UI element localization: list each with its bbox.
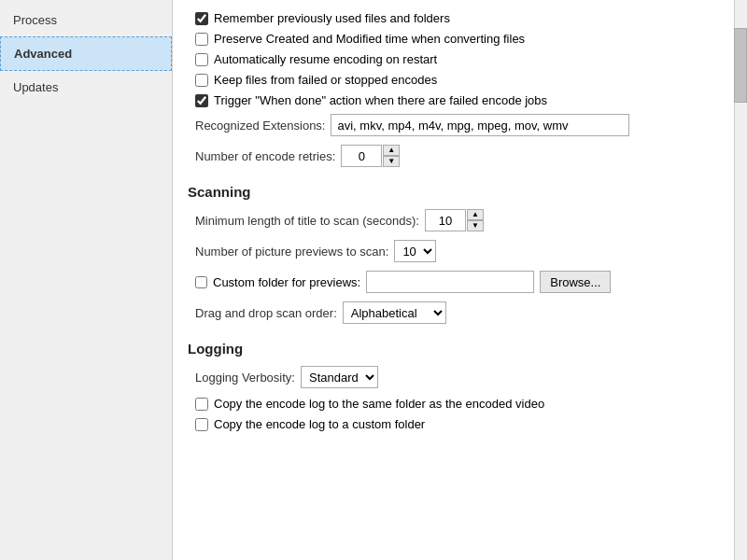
- sidebar-item-process[interactable]: Process: [0, 4, 172, 36]
- picture-previews-select[interactable]: 10 5 15 20 25: [394, 240, 436, 262]
- sidebar-item-advanced[interactable]: Advanced: [0, 36, 172, 71]
- min-title-down-btn[interactable]: ▼: [467, 220, 484, 231]
- checkbox-trigger-when-done-label: Trigger "When done" action when there ar…: [214, 93, 547, 107]
- custom-folder-row: Custom folder for previews: Browse...: [188, 271, 728, 293]
- sidebar-item-updates[interactable]: Updates: [0, 71, 172, 104]
- logging-verbosity-select[interactable]: Standard Minimal Verbose: [301, 366, 378, 388]
- checkbox-copy-log-custom[interactable]: [195, 418, 208, 431]
- option-row-auto-resume: Automatically resume encoding on restart: [188, 52, 728, 66]
- checkbox-preserve-time-label: Preserve Created and Modified time when …: [214, 32, 525, 46]
- scan-order-label: Drag and drop scan order:: [195, 306, 337, 320]
- encode-retries-label: Number of encode retries:: [195, 149, 335, 163]
- checkbox-custom-folder[interactable]: [195, 276, 207, 288]
- option-row-keep-failed: Keep files from failed or stopped encode…: [188, 73, 728, 87]
- checkbox-trigger-when-done[interactable]: [195, 94, 208, 107]
- checkbox-keep-failed-label: Keep files from failed or stopped encode…: [214, 73, 437, 87]
- checkbox-copy-log-same[interactable]: [195, 398, 208, 411]
- recognized-extensions-input[interactable]: [331, 114, 629, 136]
- option-row-trigger-when-done: Trigger "When done" action when there ar…: [188, 93, 728, 107]
- option-row-remember: Remember previously used files and folde…: [188, 11, 728, 25]
- checkbox-copy-log-custom-label: Copy the encode log to a custom folder: [214, 417, 425, 431]
- logging-verbosity-row: Logging Verbosity: Standard Minimal Verb…: [188, 366, 728, 388]
- checkbox-keep-failed[interactable]: [195, 74, 208, 87]
- picture-previews-row: Number of picture previews to scan: 10 5…: [188, 240, 728, 262]
- main-content: Remember previously used files and folde…: [173, 0, 747, 560]
- scrollbar-thumb[interactable]: [734, 28, 747, 103]
- min-title-up-btn[interactable]: ▲: [467, 209, 484, 220]
- recognized-extensions-label: Recognized Extensions:: [195, 119, 325, 133]
- option-row-copy-log-same: Copy the encode log to the same folder a…: [188, 397, 728, 411]
- browse-button[interactable]: Browse...: [540, 271, 611, 293]
- picture-previews-label: Number of picture previews to scan:: [195, 245, 388, 259]
- checkbox-auto-resume[interactable]: [195, 53, 208, 66]
- min-title-spinner-buttons: ▲ ▼: [467, 209, 484, 231]
- checkbox-remember-files-label: Remember previously used files and folde…: [214, 11, 450, 25]
- min-title-input[interactable]: [425, 209, 466, 231]
- recognized-extensions-row: Recognized Extensions:: [188, 114, 728, 136]
- option-row-copy-log-custom: Copy the encode log to a custom folder: [188, 417, 728, 431]
- custom-folder-label: Custom folder for previews:: [213, 275, 360, 289]
- checkbox-copy-log-same-label: Copy the encode log to the same folder a…: [214, 397, 544, 411]
- logging-verbosity-label: Logging Verbosity:: [195, 371, 295, 385]
- scrollbar[interactable]: [734, 0, 747, 560]
- scanning-section-title: Scanning: [188, 184, 728, 200]
- scan-order-row: Drag and drop scan order: Alphabetical D…: [188, 301, 728, 324]
- custom-folder-input[interactable]: [366, 271, 534, 293]
- encode-retries-row: Number of encode retries: ▲ ▼: [188, 145, 728, 167]
- checkbox-remember-files[interactable]: [195, 12, 208, 25]
- encode-retries-spinner: ▲ ▼: [341, 145, 400, 167]
- spinner-buttons: ▲ ▼: [383, 145, 400, 167]
- sidebar: Process Advanced Updates: [0, 0, 173, 560]
- spinner-up-btn[interactable]: ▲: [383, 145, 400, 156]
- min-title-length-label: Minimum length of title to scan (seconds…: [195, 214, 419, 228]
- sidebar-item-advanced-label: Advanced: [14, 47, 72, 61]
- checkbox-auto-resume-label: Automatically resume encoding on restart: [214, 52, 437, 66]
- spinner-down-btn[interactable]: ▼: [383, 156, 400, 167]
- min-title-length-row: Minimum length of title to scan (seconds…: [188, 209, 728, 231]
- sidebar-item-process-label: Process: [13, 13, 57, 27]
- logging-section-title: Logging: [188, 341, 728, 357]
- min-title-spinner: ▲ ▼: [425, 209, 484, 231]
- encode-retries-input[interactable]: [341, 145, 382, 167]
- sidebar-item-updates-label: Updates: [13, 80, 58, 94]
- option-row-preserve: Preserve Created and Modified time when …: [188, 32, 728, 46]
- scan-order-select[interactable]: Alphabetical Date Modified Date Created: [343, 301, 446, 324]
- checkbox-preserve-time[interactable]: [195, 33, 208, 46]
